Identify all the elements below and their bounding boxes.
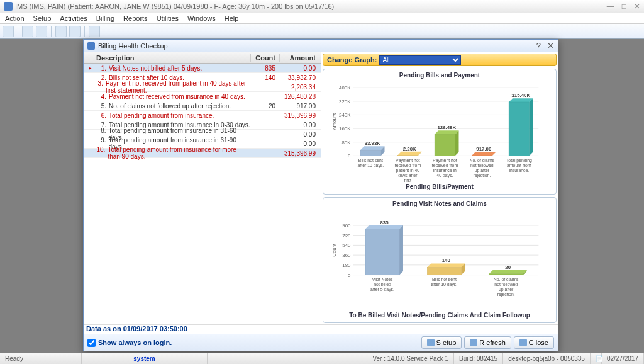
toolbar-btn[interactable] xyxy=(89,26,100,37)
svg-text:720: 720 xyxy=(342,233,351,239)
dialog-close-icon[interactable]: ✕ xyxy=(547,41,554,50)
menu-reports[interactable]: Reports xyxy=(123,14,148,22)
refresh-icon xyxy=(470,339,477,346)
svg-marker-19 xyxy=(397,152,421,156)
svg-marker-72 xyxy=(427,263,465,267)
table-row[interactable]: ▸1.Visit Notes not billed after 5 days.8… xyxy=(84,64,321,73)
menu-setup[interactable]: Setup xyxy=(33,14,52,22)
svg-marker-45 xyxy=(509,98,533,102)
svg-text:not billed: not billed xyxy=(374,282,391,287)
menu-action[interactable]: Action xyxy=(5,14,25,22)
svg-text:0: 0 xyxy=(348,153,351,159)
svg-text:after 10 days.: after 10 days. xyxy=(358,163,384,168)
main-titlebar: IMS (IMS, PAIN) (Patient: AARON, JANE W … xyxy=(0,0,644,13)
table-row[interactable]: 4.Payment not received from insurance in… xyxy=(84,92,321,101)
svg-text:Visit Notes: Visit Notes xyxy=(372,277,393,282)
svg-text:80K: 80K xyxy=(341,140,351,145)
table-row[interactable]: 6.Total pending amount from insurance.31… xyxy=(84,111,321,120)
toolbar-btn[interactable] xyxy=(55,26,67,37)
help-icon[interactable]: ? xyxy=(536,41,541,50)
show-always-checkbox[interactable]: Show always on login. xyxy=(87,339,172,347)
menu-activities[interactable]: Activities xyxy=(60,14,87,22)
col-amount[interactable]: Amount xyxy=(279,54,321,62)
svg-text:33.93K: 33.93K xyxy=(365,140,381,146)
svg-text:126.48K: 126.48K xyxy=(437,125,456,130)
minimize-button[interactable]: — xyxy=(607,2,614,11)
svg-text:140: 140 xyxy=(442,258,451,263)
dialog-icon xyxy=(87,42,95,50)
menu-windows[interactable]: Windows xyxy=(187,14,216,22)
svg-text:amount from: amount from xyxy=(507,163,531,168)
chart1-svg: 080K160K240K320K400KAmount33.93KBills no… xyxy=(328,80,551,182)
charts-pane: Change Graph: All Pending Bills and Paym… xyxy=(321,52,558,324)
svg-marker-30 xyxy=(455,130,459,156)
svg-text:0: 0 xyxy=(348,273,351,278)
svg-text:No. of claims: No. of claims xyxy=(469,158,494,162)
dialog-title: Billing Health Checkup xyxy=(98,42,168,50)
svg-rect-21 xyxy=(397,156,418,156)
table-row[interactable]: 3.Payment not received from patient in 4… xyxy=(84,82,321,92)
show-always-input[interactable] xyxy=(87,339,96,347)
col-count[interactable]: Count xyxy=(250,54,279,62)
status-ready: Ready xyxy=(0,353,82,364)
description-table: Description Count Amount ▸1.Visit Notes … xyxy=(84,52,321,324)
toolbar-btn[interactable] xyxy=(36,26,47,37)
svg-text:insurance.: insurance. xyxy=(509,168,529,173)
svg-rect-47 xyxy=(509,102,529,156)
svg-text:up after: up after xyxy=(499,287,514,292)
chart2-svg: 0180360540720900Count835Visit Notesnot b… xyxy=(328,208,551,310)
main-toolbar xyxy=(0,24,644,39)
svg-marker-65 xyxy=(365,225,403,229)
window-title: IMS (IMS, PAIN) (Patient: AARON, JANE W … xyxy=(15,3,334,10)
svg-text:patient in 40: patient in 40 xyxy=(396,168,420,173)
svg-rect-15 xyxy=(360,150,380,156)
svg-text:up after: up after xyxy=(475,168,490,173)
close-button[interactable]: Close xyxy=(514,336,554,349)
change-graph-select[interactable]: All xyxy=(379,55,461,65)
svg-text:40 days.: 40 days. xyxy=(436,173,453,178)
status-host: desktop-bq5ja0b - 0050335 xyxy=(503,353,591,364)
menu-help[interactable]: Help xyxy=(225,14,239,22)
menu-billing[interactable]: Billing xyxy=(96,14,114,22)
svg-marker-66 xyxy=(399,225,403,275)
svg-text:not followed: not followed xyxy=(470,163,494,168)
dialog-titlebar: Billing Health Checkup ? ✕ xyxy=(84,40,558,52)
chart2-title: Pending Visit Notes and Claims xyxy=(392,200,487,207)
toolbar-btn[interactable] xyxy=(3,26,14,37)
dialog-footer: Show always on login. Setup Refresh Clos… xyxy=(84,334,558,351)
col-description[interactable]: Description xyxy=(84,54,250,62)
svg-text:No. of claims: No. of claims xyxy=(494,277,519,282)
toolbar-btn[interactable] xyxy=(69,26,80,37)
toolbar-btn[interactable] xyxy=(22,26,33,37)
svg-text:insurance in: insurance in xyxy=(433,168,457,173)
chart1-caption: Pending Bills/Payment xyxy=(406,183,474,190)
svg-text:rejection.: rejection. xyxy=(473,173,491,178)
svg-text:after 5 days.: after 5 days. xyxy=(370,287,394,292)
table-row[interactable]: 5.No. of claims not followed up after re… xyxy=(84,101,321,111)
change-graph-label: Change Graph: xyxy=(327,56,377,64)
svg-text:days after: days after xyxy=(398,173,418,178)
svg-text:received from: received from xyxy=(395,163,421,168)
refresh-button[interactable]: Refresh xyxy=(464,336,511,349)
svg-rect-31 xyxy=(435,134,455,156)
svg-text:rejection.: rejection. xyxy=(497,292,515,297)
svg-text:first: first xyxy=(404,178,411,182)
svg-text:20: 20 xyxy=(505,264,511,270)
svg-text:Bills not sent: Bills not sent xyxy=(432,277,457,282)
svg-marker-37 xyxy=(472,152,496,156)
table-row[interactable]: 10.Total pending amount from insurance f… xyxy=(84,149,321,158)
app-icon xyxy=(4,2,13,11)
svg-text:835: 835 xyxy=(380,220,389,225)
svg-text:360: 360 xyxy=(342,253,351,258)
menu-utilities[interactable]: Utilities xyxy=(157,14,179,22)
setup-button[interactable]: Setup xyxy=(421,336,462,349)
close-button[interactable]: ✕ xyxy=(634,2,640,11)
svg-rect-67 xyxy=(365,229,399,275)
svg-text:Count: Count xyxy=(331,243,337,257)
svg-marker-13 xyxy=(360,146,384,150)
svg-text:160K: 160K xyxy=(339,126,351,132)
status-bar: Ready system Ver : 14.0.0 Service Pack 1… xyxy=(0,353,644,364)
gear-icon xyxy=(427,339,435,346)
maximize-button[interactable]: □ xyxy=(622,2,626,11)
svg-text:320K: 320K xyxy=(339,99,351,105)
